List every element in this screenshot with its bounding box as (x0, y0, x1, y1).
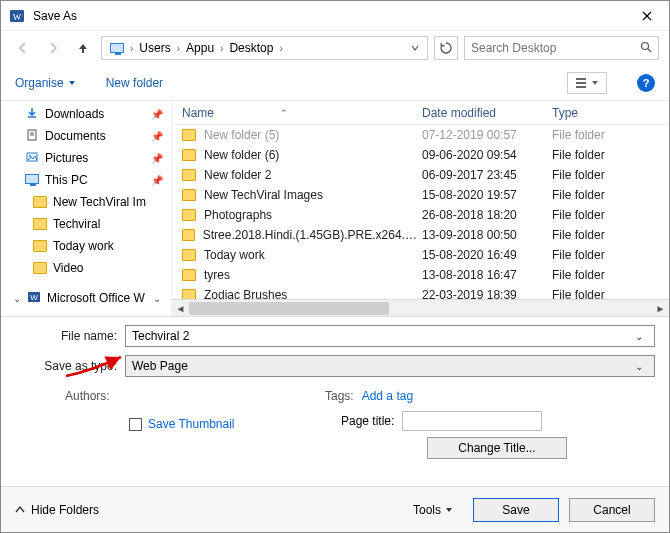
title-bar: W Save As (1, 1, 669, 31)
folder-icon (182, 189, 196, 201)
tree-item-label: Microsoft Office W (47, 291, 145, 305)
file-type: File folder (552, 188, 669, 202)
tree-item-this-pc[interactable]: This PC 📌 (5, 169, 171, 191)
back-button[interactable] (11, 36, 35, 60)
file-date: 15-08-2020 19:57 (422, 188, 552, 202)
folder-icon (182, 169, 196, 181)
pin-icon: 📌 (151, 175, 163, 186)
hide-folders-toggle[interactable]: Hide Folders (15, 503, 99, 517)
file-date: 07-12-2019 00:57 (422, 128, 552, 142)
file-row[interactable]: Photographs26-08-2018 18:20File folder (172, 205, 669, 225)
pin-icon: 📌 (151, 131, 163, 142)
chevron-down-icon: ⌄ (153, 293, 161, 304)
nav-row: › Users › Appu › Desktop › Search Deskto… (1, 31, 669, 65)
file-name: New TechViral Images (204, 188, 323, 202)
search-input[interactable]: Search Desktop (464, 36, 659, 60)
tree-item-label: Techviral (53, 217, 100, 231)
scroll-left-icon[interactable]: ◄ (172, 300, 189, 317)
tags-label: Tags: (325, 389, 354, 403)
forward-button[interactable] (41, 36, 65, 60)
breadcrumb-segment[interactable]: Appu (182, 37, 218, 59)
tags-add-link[interactable]: Add a tag (362, 389, 413, 403)
up-button[interactable] (71, 36, 95, 60)
file-row[interactable]: Zodiac Brushes22-03-2019 18:39File folde… (172, 285, 669, 299)
close-button[interactable] (624, 1, 669, 31)
save-thumbnail-checkbox[interactable] (129, 418, 142, 431)
svg-text:W: W (13, 12, 22, 22)
tree-item-label: New TechViral Im (53, 195, 146, 209)
file-name-input[interactable]: Techviral 2 ⌄ (125, 325, 655, 347)
file-type: File folder (552, 148, 669, 162)
svg-text:W: W (30, 293, 38, 302)
page-title-input[interactable] (402, 411, 542, 431)
breadcrumb-bar[interactable]: › Users › Appu › Desktop › (101, 36, 428, 60)
file-name: Zodiac Brushes (204, 288, 287, 299)
tree-item-label: Documents (45, 129, 106, 143)
file-date: 13-09-2018 00:50 (422, 228, 552, 242)
chevron-down-icon (68, 79, 76, 87)
file-row[interactable]: New folder 206-09-2017 23:45File folder (172, 165, 669, 185)
tree-item-folder[interactable]: Today work (5, 235, 171, 257)
folder-icon (182, 269, 196, 281)
file-row[interactable]: New TechViral Images15-08-2020 19:57File… (172, 185, 669, 205)
cancel-button[interactable]: Cancel (569, 498, 655, 522)
tree-item-folder[interactable]: Video (5, 257, 171, 279)
column-date[interactable]: Date modified (422, 106, 552, 120)
svg-rect-4 (576, 78, 586, 80)
file-type: File folder (552, 208, 669, 222)
folder-icon (33, 240, 47, 252)
svg-point-2 (642, 42, 649, 49)
file-row[interactable]: tyres13-08-2018 16:47File folder (172, 265, 669, 285)
tools-menu[interactable]: Tools (413, 503, 453, 517)
new-folder-button[interactable]: New folder (106, 76, 163, 90)
column-type[interactable]: Type (552, 106, 669, 120)
chevron-down-icon[interactable]: ⌄ (630, 331, 648, 342)
file-name: New folder (6) (204, 148, 279, 162)
navigation-tree[interactable]: Downloads 📌 Documents 📌 Pictures 📌 This … (1, 101, 171, 316)
folder-icon (182, 209, 196, 221)
refresh-button[interactable] (434, 36, 458, 60)
file-list[interactable]: New folder (5)07-12-2019 00:57File folde… (172, 125, 669, 299)
file-row[interactable]: New folder (5)07-12-2019 00:57File folde… (172, 125, 669, 145)
view-mode-button[interactable] (567, 72, 607, 94)
folder-icon (33, 196, 47, 208)
file-row[interactable]: New folder (6)09-06-2020 09:54File folde… (172, 145, 669, 165)
chevron-down-icon[interactable]: ⌄ (630, 361, 648, 372)
change-title-button[interactable]: Change Title... (427, 437, 567, 459)
file-row[interactable]: Stree.2018.Hindi.(1.45GB).PRE.x264.AAC.-… (172, 225, 669, 245)
tree-item-documents[interactable]: Documents 📌 (5, 125, 171, 147)
sort-indicator-icon: ⌃ (280, 108, 288, 118)
folder-icon (182, 229, 195, 241)
expand-icon[interactable]: ⌄ (13, 293, 21, 304)
tree-item-folder[interactable]: New TechViral Im (5, 191, 171, 213)
scrollbar-thumb[interactable] (189, 302, 389, 315)
file-name: New folder 2 (204, 168, 271, 182)
tree-item-downloads[interactable]: Downloads 📌 (5, 103, 171, 125)
tree-item-pictures[interactable]: Pictures 📌 (5, 147, 171, 169)
file-row[interactable]: Today work15-08-2020 16:49File folder (172, 245, 669, 265)
breadcrumb-dropdown[interactable] (411, 44, 423, 52)
file-type: File folder (552, 168, 669, 182)
pc-icon[interactable] (106, 37, 128, 59)
svg-rect-5 (576, 82, 586, 84)
column-name[interactable]: Name ⌃ (172, 106, 422, 120)
file-name: Today work (204, 248, 265, 262)
breadcrumb-segment[interactable]: Users (135, 37, 174, 59)
list-header[interactable]: Name ⌃ Date modified Type (172, 101, 669, 125)
svg-rect-6 (576, 86, 586, 88)
horizontal-scrollbar[interactable]: ◄ ► (172, 299, 669, 316)
save-type-select[interactable]: Web Page ⌄ (125, 355, 655, 377)
organise-menu[interactable]: Organise (15, 76, 76, 90)
folder-icon (182, 149, 196, 161)
save-type-label: Save as type: (15, 359, 125, 373)
save-thumbnail-label[interactable]: Save Thumbnail (148, 417, 235, 431)
tree-item-ms-office[interactable]: ⌄ W Microsoft Office W ⌄ (5, 287, 171, 309)
authors-label: Authors: (65, 389, 110, 403)
breadcrumb-segment[interactable]: Desktop (225, 37, 277, 59)
tree-item-label: Video (53, 261, 83, 275)
scroll-right-icon[interactable]: ► (652, 300, 669, 317)
tree-item-label: Today work (53, 239, 114, 253)
save-button[interactable]: Save (473, 498, 559, 522)
help-button[interactable]: ? (637, 74, 655, 92)
tree-item-folder[interactable]: Techviral (5, 213, 171, 235)
